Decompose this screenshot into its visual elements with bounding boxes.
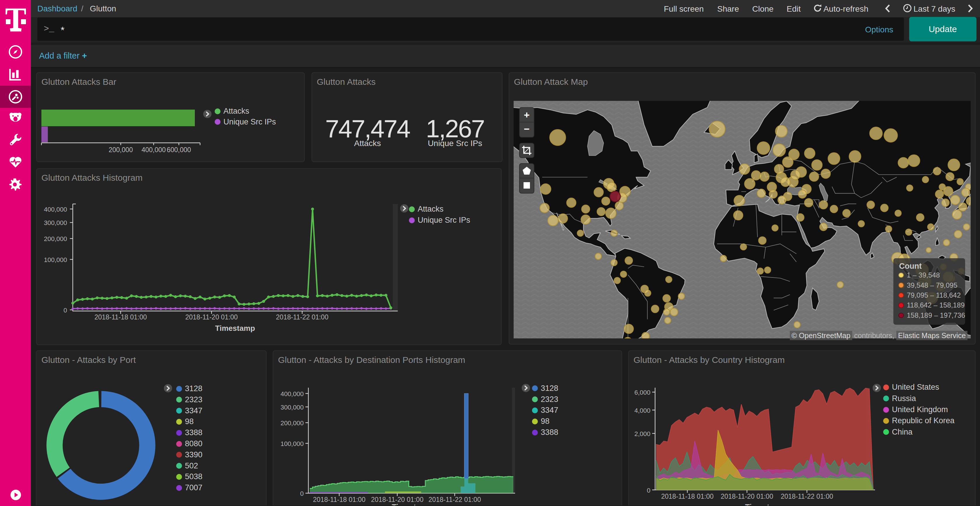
svg-text:2018-11-22 01:00: 2018-11-22 01:00 <box>781 493 833 500</box>
svg-text:100,000: 100,000 <box>281 440 304 447</box>
svg-text:Timestamp: Timestamp <box>392 503 432 505</box>
svg-text:2018-11-20 01:00: 2018-11-20 01:00 <box>721 493 773 500</box>
svg-text:200,000: 200,000 <box>281 419 304 427</box>
svg-text:0: 0 <box>647 487 651 494</box>
svg-text:2018-11-22 01:00: 2018-11-22 01:00 <box>428 496 481 503</box>
svg-text:2018-11-18 01:00: 2018-11-18 01:00 <box>94 313 147 321</box>
svg-text:Timestamp: Timestamp <box>215 324 255 333</box>
svg-text:2018-11-18 01:00: 2018-11-18 01:00 <box>661 493 714 500</box>
svg-text:400,000: 400,000 <box>44 206 67 213</box>
svg-text:400,000: 400,000 <box>142 146 165 154</box>
svg-text:300,000: 300,000 <box>281 404 304 411</box>
svg-text:300,000: 300,000 <box>44 219 67 227</box>
svg-text:200,000: 200,000 <box>108 146 133 154</box>
svg-text:2018-11-18 01:00: 2018-11-18 01:00 <box>313 496 366 503</box>
svg-text:4,000: 4,000 <box>635 407 651 414</box>
svg-text:600,000: 600,000 <box>167 146 191 154</box>
svg-text:0: 0 <box>64 307 67 314</box>
svg-text:200,000: 200,000 <box>44 235 67 243</box>
svg-text:6,000: 6,000 <box>635 389 651 396</box>
svg-text:100,000: 100,000 <box>44 256 67 263</box>
svg-text:400,000: 400,000 <box>281 390 304 398</box>
svg-text:2,000: 2,000 <box>635 430 651 438</box>
svg-text:Timestamp: Timestamp <box>745 503 785 505</box>
svg-text:2018-11-20 01:00: 2018-11-20 01:00 <box>185 313 238 321</box>
svg-text:0: 0 <box>300 490 304 497</box>
svg-text:2018-11-22 01:00: 2018-11-22 01:00 <box>276 313 328 321</box>
